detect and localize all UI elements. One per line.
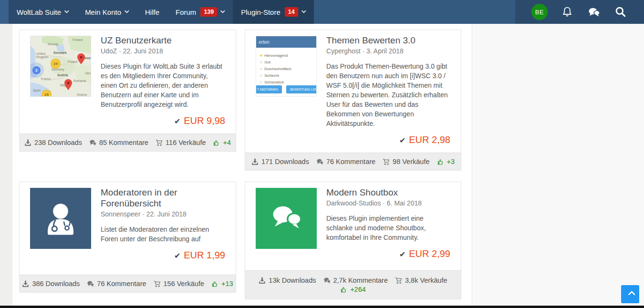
map-cluster-marker: 25 (42, 90, 52, 97)
scroll-to-top-button[interactable] (621, 285, 639, 303)
plugin-description: Dieses Plugin implementiert eine schlank… (326, 214, 450, 242)
map-pin-icon (77, 53, 85, 65)
thumbnail-button: BEWERTUNG LÖSC (286, 85, 317, 93)
map-cluster-marker: 24 (51, 59, 61, 69)
map-country-label: Poland (68, 60, 77, 63)
thumbs-up-icon (213, 139, 220, 146)
thumbnail-header: erten (256, 36, 316, 48)
map-country-label: Denmark (53, 51, 67, 54)
rating-option: Hervorragend (259, 53, 316, 58)
plugin-price: ✔EUR 2,99 (326, 248, 450, 259)
rating-option: Schrecklich (259, 80, 316, 84)
sales-stat: 98 Verkäufe (383, 158, 429, 165)
page: WoltLab Suite Mein Konto Hilfe Forum 139… (0, 0, 644, 308)
plugin-price: ✔EUR 1,99 (101, 250, 225, 261)
likes-stat: +4 (213, 139, 231, 146)
chevron-down-icon (220, 8, 225, 13)
map-country-label: Austria (57, 73, 68, 77)
sales-stat: 116 Verkäufe (156, 139, 206, 146)
bottom-edge-bar (0, 306, 644, 308)
thumbs-up-icon (340, 286, 347, 293)
comments-stat: 76 Kommentare (316, 158, 375, 165)
plugin-description: Das Produkt Themen-Bewertung 3.0 gibt de… (326, 62, 450, 128)
likes-stat: +3 (437, 158, 455, 165)
nav-item-hilfe[interactable]: Hilfe (137, 0, 167, 24)
map-country-label: Romania (73, 79, 86, 82)
map-country-label: France (41, 77, 51, 81)
plugin-stats-bar: 238 Downloads 85 Kommentare 116 Verkäufe… (20, 133, 236, 151)
plugin-title[interactable]: Themen Bewerten 3.0 (326, 35, 450, 46)
navbar-left-strip (0, 0, 9, 24)
download-icon (22, 280, 29, 287)
plugin-author-date: Darkwood-Studios · 6. Mai 2018 (326, 199, 450, 207)
cart-icon (383, 158, 390, 165)
map-country-label: United Kingdom (36, 52, 51, 59)
star-filled-icon (259, 53, 262, 58)
comments-stat: 76 Kommentare (87, 280, 146, 287)
bell-icon (561, 6, 573, 18)
download-icon (24, 139, 31, 146)
download-icon (259, 277, 266, 284)
user-avatar[interactable]: BE (531, 4, 548, 20)
plugin-card-uz-benutzerkarte: Finland Norway United Kingdom Denmark Po… (19, 30, 236, 152)
download-icon (251, 158, 259, 165)
plugin-card-themen-bewerten: erten Hervorragend Gut Durchschnittlich … (245, 30, 461, 171)
likes-stat: +13 (211, 280, 233, 287)
star-empty-icon (259, 67, 262, 71)
plugin-author-date: Cyperghost · 3. April 2018 (326, 47, 450, 55)
map-country-label: Ukra (85, 72, 91, 75)
nav-item-forum[interactable]: Forum 139 (167, 0, 233, 24)
checkmark-icon: ✔ (399, 250, 405, 259)
conversations-button[interactable] (587, 5, 601, 19)
map-country-label: Greece (77, 93, 87, 96)
star-empty-icon (259, 73, 262, 78)
plugin-description: Dieses Plugin für WoltLab Suite 3 erlaub… (101, 62, 225, 109)
plugin-stats-bar: 13k Downloads 2,7k Kommentare 3,8k Verkä… (245, 270, 461, 299)
comment-icon (89, 139, 96, 146)
plugin-thumbnail-doctor[interactable] (30, 188, 91, 249)
cart-icon (154, 280, 161, 287)
plugin-title[interactable]: Modern Shoutbox (326, 187, 450, 198)
notifications-button[interactable] (560, 5, 574, 19)
plugin-thumbnail-map[interactable]: Finland Norway United Kingdom Denmark Po… (30, 36, 91, 97)
sales-stat: 3,8k Verkäufe (395, 277, 447, 284)
plugin-price: ✔EUR 9,98 (101, 115, 225, 126)
nav-item-plugin-store[interactable]: Plugin-Store 14 (233, 0, 313, 24)
map-country-label: Finland (73, 38, 83, 41)
sales-stat: 156 Verkäufe (154, 280, 204, 287)
plugin-title[interactable]: Moderatoren in der Forenübersicht (101, 187, 225, 209)
search-icon (614, 6, 627, 18)
plugin-title[interactable]: UZ Benutzerkarte (101, 35, 225, 46)
rating-option: Gut (259, 60, 316, 64)
right-sidebar (472, 24, 644, 306)
comments-stat: 85 Kommentare (89, 139, 148, 146)
plugin-price: ✔EUR 2,98 (326, 134, 450, 145)
doctor-icon (38, 195, 83, 241)
downloads-stat: 386 Downloads (22, 280, 80, 287)
star-empty-icon (259, 80, 262, 84)
map-country-label: Norway (48, 42, 58, 46)
thumbs-up-icon (211, 280, 218, 287)
plugin-description: Listet die Moderatoren der einzelnen For… (101, 225, 225, 244)
search-button[interactable] (613, 5, 628, 19)
comment-icon (316, 158, 323, 165)
map-cluster-marker: 2 (32, 66, 41, 74)
nav-item-woltlab-suite[interactable]: WoltLab Suite (9, 0, 77, 24)
plugin-thumbnail-rating[interactable]: erten Hervorragend Gut Durchschnittlich … (256, 36, 317, 97)
checkmark-icon: ✔ (174, 251, 180, 260)
user-panel: BE (515, 0, 644, 24)
plugin-author-date: Sonnenspeer · 22. Juni 2018 (101, 210, 225, 218)
nav-item-mein-konto[interactable]: Mein Konto (77, 0, 137, 24)
page-left-margin (0, 24, 12, 306)
likes-stat: +264 (340, 286, 366, 293)
plugin-store-count-badge: 14 (285, 7, 298, 17)
thumbs-up-icon (437, 158, 444, 165)
main-menu: WoltLab Suite Mein Konto Hilfe Forum 139… (9, 0, 314, 24)
comments-stat: 2,7k Kommentare (323, 277, 388, 284)
plugin-thumbnail-chat[interactable] (256, 188, 317, 249)
plugin-card-modern-shoutbox: Modern Shoutbox Darkwood-Studios · 6. Ma… (245, 182, 461, 299)
checkmark-icon: ✔ (174, 117, 180, 126)
forum-count-badge: 139 (200, 7, 217, 17)
map-country-label: Spain (33, 89, 41, 92)
downloads-stat: 13k Downloads (259, 277, 316, 284)
